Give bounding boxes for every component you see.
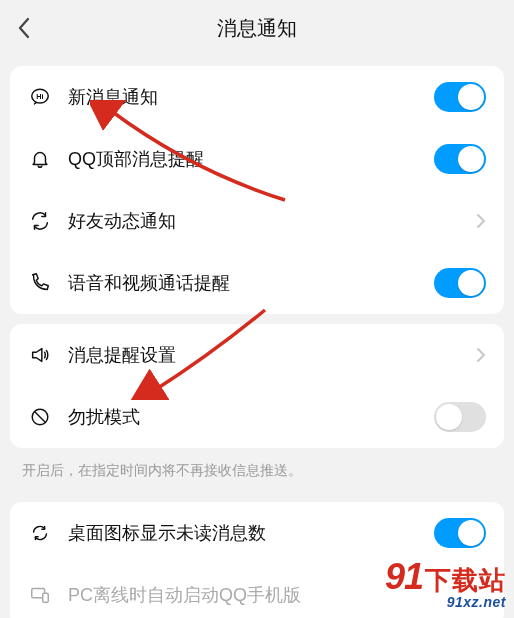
- row-label: 语音和视频通话提醒: [68, 271, 434, 295]
- bell-icon: [28, 147, 52, 171]
- row-new-message-notify[interactable]: Hi 新消息通知: [10, 66, 504, 128]
- settings-group-1: Hi 新消息通知 QQ顶部消息提醒 好友动态通知: [10, 66, 504, 314]
- svg-rect-4: [43, 593, 49, 602]
- svg-text:Hi: Hi: [36, 92, 43, 101]
- row-desktop-unread[interactable]: 桌面图标显示未读消息数: [10, 502, 504, 564]
- toggle-voice-video[interactable]: [434, 268, 486, 298]
- hi-icon: Hi: [28, 85, 52, 109]
- row-voice-video-remind[interactable]: 语音和视频通话提醒: [10, 252, 504, 314]
- chevron-right-icon: [476, 347, 486, 363]
- row-label: 好友动态通知: [68, 209, 476, 233]
- row-label: 消息提醒设置: [68, 343, 476, 367]
- toggle-dnd[interactable]: [434, 402, 486, 432]
- row-friend-dynamic[interactable]: 好友动态通知: [10, 190, 504, 252]
- speaker-icon: [28, 343, 52, 367]
- ban-icon: [28, 405, 52, 429]
- phone-icon: [28, 271, 52, 295]
- devices-icon: [28, 583, 52, 607]
- watermark-cn: 下载站: [425, 563, 506, 598]
- desktop-refresh-icon: [28, 521, 52, 545]
- row-label: 勿扰模式: [68, 405, 434, 429]
- toggle-qq-top[interactable]: [434, 144, 486, 174]
- row-label: QQ顶部消息提醒: [68, 147, 434, 171]
- chevron-left-icon: [17, 17, 31, 39]
- back-button[interactable]: [12, 16, 36, 40]
- row-qq-top-remind[interactable]: QQ顶部消息提醒: [10, 128, 504, 190]
- settings-group-2: 消息提醒设置 勿扰模式: [10, 324, 504, 448]
- chevron-right-icon: [476, 213, 486, 229]
- toggle-new-message[interactable]: [434, 82, 486, 112]
- refresh-icon: [28, 209, 52, 233]
- watermark: 91 下载站 91xz.net: [385, 556, 506, 610]
- row-alert-settings[interactable]: 消息提醒设置: [10, 324, 504, 386]
- header: 消息通知: [0, 0, 514, 56]
- page-title: 消息通知: [217, 15, 297, 42]
- row-label: 新消息通知: [68, 85, 434, 109]
- watermark-number: 91: [385, 556, 423, 598]
- dnd-helper-text: 开启后，在指定时间内将不再接收信息推送。: [0, 458, 514, 492]
- row-dnd-mode[interactable]: 勿扰模式: [10, 386, 504, 448]
- toggle-desktop-unread[interactable]: [434, 518, 486, 548]
- row-label: 桌面图标显示未读消息数: [68, 521, 434, 545]
